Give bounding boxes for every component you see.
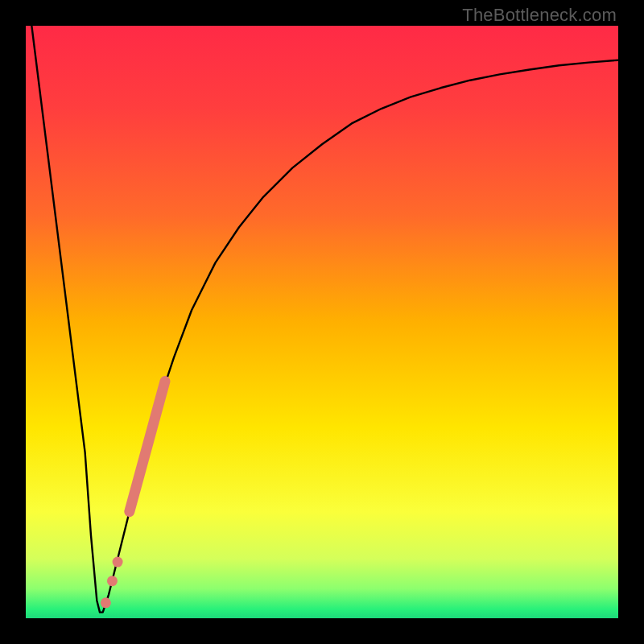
chart-overlay	[26, 26, 618, 618]
highlight-dot	[107, 576, 118, 586]
plot-area	[26, 26, 618, 618]
highlight-dot	[101, 597, 111, 608]
chart-frame: TheBottleneck.com	[0, 0, 644, 644]
watermark-text: TheBottleneck.com	[462, 5, 617, 26]
highlight-dots	[101, 557, 123, 609]
highlight-dot	[113, 557, 123, 568]
highlight-segment	[130, 382, 165, 512]
bottleneck-curve	[31, 26, 618, 613]
